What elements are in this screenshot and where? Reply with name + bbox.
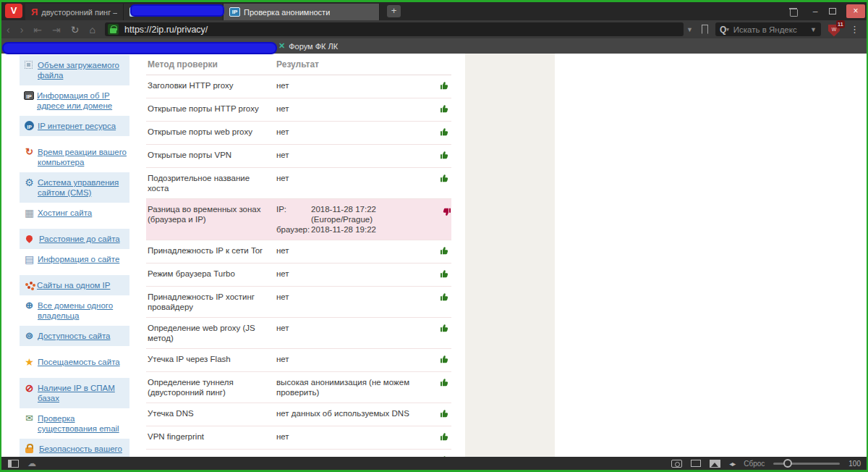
home-icon[interactable]: ⌂ [85,22,101,38]
sidebar-item[interactable]: Информация об IP адресе или домене [20,85,129,116]
result-cell: IP:2018-11-28 17:22 (Europe/Prague)брауз… [276,204,440,235]
method-cell: Открытые порты HTTP proxy [146,104,276,114]
thumbs-up-icon [440,409,451,421]
zoom-reset-label[interactable]: Сброс [744,460,765,468]
sidebar-item-label[interactable]: Хостинг сайта [38,208,92,218]
sidebar-item[interactable]: Все домены одного владельца [20,295,129,326]
thumbs-up-icon [440,269,451,281]
forward-icon[interactable]: › [15,22,29,38]
method-cell: Разница во временных зонах (браузера и I… [146,204,276,224]
sidebar-item[interactable]: Расстояние до сайта [20,229,129,249]
result-cell: нет [276,150,440,160]
images-toggle-icon[interactable] [710,460,720,468]
fast-forward-icon[interactable]: ⇥ [47,22,66,38]
adblock-shield-icon[interactable]: 11 [828,22,843,37]
result-cell: нет [276,245,440,256]
sidebar-item[interactable]: Система управления сайтом (CMS) [20,172,129,203]
navigation-toolbar: ‹ › ⇤ ⇥ ↻ ⌂ https://2ip.ru/privacy/ ▼ Q … [1,20,867,38]
bookmark-label: Форум ФК ЛК [289,42,338,51]
sidebar-item-label[interactable]: Доступность сайта [38,331,111,341]
thumbs-up-icon [440,378,451,389]
capture-icon[interactable] [671,460,682,468]
vivaldi-menu-button[interactable]: V [5,4,22,18]
back-icon[interactable]: ‹ [1,22,15,38]
search-placeholder[interactable]: Искать в Яндекс [733,25,810,34]
search-field[interactable]: Q Искать в Яндекс ▼ [715,22,821,36]
sidebar: Объем загружаемого файлаИнформация об IP… [20,55,129,457]
sidebar-item-label[interactable]: Все домены одного владельца [38,300,127,321]
sidebar-item-label[interactable]: Наличие IP в СПАМ базах [38,383,127,403]
search-dropdown-icon[interactable]: ▼ [810,26,817,33]
overflow-menu-icon[interactable]: ⋮ [850,24,859,35]
trash-icon[interactable] [789,7,797,16]
minimize-button[interactable]: – [809,5,822,18]
browser-window: V Я двусторонний пинг — Янд IP Проверка … [0,0,868,472]
sidebar-item[interactable]: Хостинг сайта [20,203,129,223]
page-content: Объем загружаемого файлаИнформация об IP… [1,54,867,457]
sidebar-item[interactable]: Время реакции вашего компьютера [20,142,129,172]
sidebar-item-label[interactable]: Проверка существования email [38,413,127,434]
sidebar-item-label[interactable]: Сайты на одном IP [37,280,111,290]
sidebar-item-label[interactable]: Расстояние до сайта [39,234,120,244]
gear-icon [24,177,35,187]
address-dropdown-icon[interactable]: ▼ [684,26,696,33]
results-table: Метод проверки Результат Заголовки HTTP … [146,54,451,457]
sidebar-item-label[interactable]: Система управления сайтом (CMS) [38,177,127,198]
table-row: Открытые порты VPNнет [146,145,451,168]
zoom-slider-handle[interactable] [783,459,792,468]
address-bar[interactable]: https://2ip.ru/privacy/ [105,22,684,36]
sidebar-item[interactable]: Информация о сайте [20,249,129,269]
tab-ping[interactable]: Я двусторонний пинг — Янд [25,4,124,20]
sidebar-item-label[interactable]: Безопасность вашего компьютера [39,444,127,457]
tiling-icon[interactable] [691,460,701,467]
blocked-count-badge: 11 [836,20,845,28]
method-cell: Открытые порты web proxy [146,127,276,137]
sidebar-item[interactable]: Объем загружаемого файла [20,55,129,85]
search-engine-icon[interactable]: Q [720,25,729,35]
sidebar-item[interactable]: Посещаемость сайта [20,352,129,372]
sidebar-item-label[interactable]: IP интернет ресурса [38,121,116,131]
panel-toggle-icon[interactable] [8,460,19,468]
table-row: Утечка IP через WebRTCнет [146,450,451,457]
ssl-lock-icon[interactable] [108,24,119,35]
new-tab-button[interactable]: + [387,5,401,17]
sidebar-item-label[interactable]: Время реакции вашего компьютера [38,147,127,167]
tab-anonymity-check[interactable]: IP Проверка анонимности [224,4,380,20]
sidebar-item-label[interactable]: Объем загружаемого файла [38,60,127,80]
sidebar-item[interactable]: Наличие IP в СПАМ базах [20,378,129,408]
sidebar-item[interactable]: Доступность сайта [20,326,129,346]
page-actions-icon[interactable]: ◂▸ [729,460,735,468]
result-cell: нет [276,431,440,442]
sidebar-item[interactable]: IP интернет ресурса [20,116,129,136]
table-rows: Заголовки HTTP proxyнетОткрытые порты HT… [146,75,451,457]
sidebar-item[interactable]: Безопасность вашего компьютера [20,439,129,457]
sidebar-item-label[interactable]: Посещаемость сайта [38,357,120,367]
rewind-icon[interactable]: ⇤ [28,22,47,38]
method-cell: Режим браузера Turbo [146,269,276,279]
table-row: Утечка DNSнет данных об используемых DNS [146,403,451,426]
status-bar: ☁ ◂▸ Сброс 100 [1,457,867,470]
grid-icon [24,208,35,218]
sidebar-item-label[interactable]: Информация о сайте [38,254,119,264]
thumbs-down-icon [440,205,451,216]
sidebar-item[interactable]: Сайты на одном IP [20,275,129,295]
restore-button[interactable] [829,8,836,14]
table-row: Определение туннеля (двусторонний пинг)в… [146,372,451,403]
bookmark-icon[interactable] [702,25,708,34]
close-button[interactable]: × [846,4,865,18]
cloud-icon[interactable]: ☁ [27,458,36,468]
thumbs-up-icon [440,292,451,304]
sidebar-item-label[interactable]: Информация об IP адресе или домене [37,90,127,111]
table-row: Открытые порты HTTP proxyнет [146,98,451,122]
sidebar-item[interactable]: Проверка существования email [20,408,129,439]
thumbs-up-icon [440,355,451,366]
bookmark-item-forum[interactable]: ✕ Форум ФК ЛК [278,38,338,54]
method-cell: Принадлежность IP к сети Tor [146,245,276,256]
reload-icon[interactable]: ↻ [66,22,85,38]
thumbs-up-icon [440,104,451,116]
url-text[interactable]: https://2ip.ru/privacy/ [124,25,681,35]
method-header: Метод проверки [146,59,276,69]
ip-site-icon: IP [229,7,240,17]
zoom-slider[interactable] [773,463,840,465]
table-header: Метод проверки Результат [146,54,451,75]
